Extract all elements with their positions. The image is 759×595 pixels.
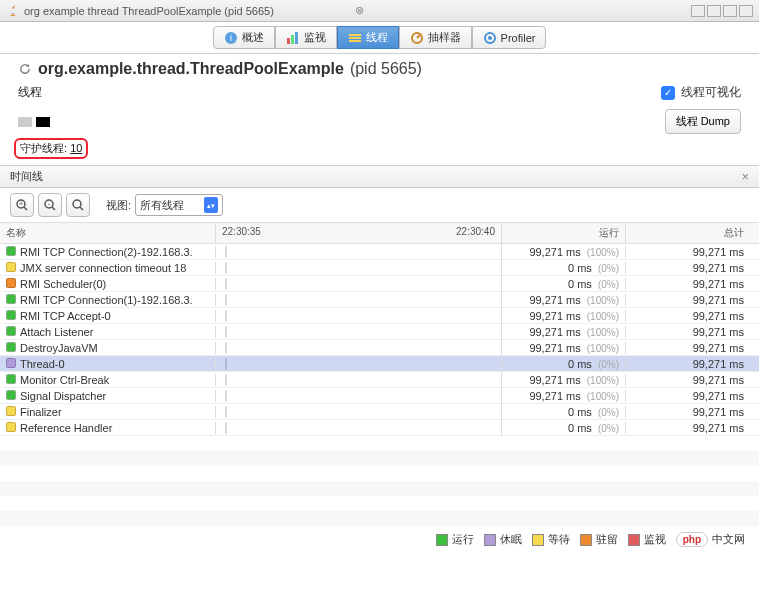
svg-rect-2 (287, 38, 290, 44)
svg-line-19 (80, 207, 83, 210)
svg-rect-7 (349, 40, 361, 42)
table-row[interactable]: Reference Handler0 ms(0%)99,271 ms (0, 420, 759, 436)
running-time-cell: 0 ms(0%) (502, 262, 626, 274)
col-running[interactable]: 运行 (502, 223, 626, 243)
running-time-cell: 99,271 ms(100%) (502, 374, 626, 386)
timeline-bar (225, 358, 227, 370)
table-row[interactable]: DestroyJavaVM99,271 ms(100%)99,271 ms (0, 340, 759, 356)
window-title-bar: org example thread ThreadPoolExample (pi… (0, 0, 759, 22)
tab-profiler[interactable]: Profiler (472, 26, 547, 49)
total-time-cell: 99,271 ms (626, 406, 750, 418)
app-title: org.example.thread.ThreadPoolExample (38, 60, 344, 78)
table-row[interactable]: Signal Dispatcher99,271 ms(100%)99,271 m… (0, 388, 759, 404)
running-time-cell: 99,271 ms(100%) (502, 294, 626, 306)
running-time-cell: 0 ms(0%) (502, 422, 626, 434)
total-time-cell: 99,271 ms (626, 342, 750, 354)
thread-bar-cell (216, 404, 502, 420)
thread-bar-cell (216, 324, 502, 340)
table-row[interactable]: RMI Scheduler(0)0 ms(0%)99,271 ms (0, 276, 759, 292)
table-row[interactable]: Attach Listener99,271 ms(100%)99,271 ms (0, 324, 759, 340)
thread-name-cell: RMI TCP Connection(2)-192.168.3. (0, 246, 216, 258)
total-time-cell: 99,271 ms (626, 358, 750, 370)
visualization-label: 线程可视化 (681, 84, 741, 101)
thread-name-cell: Signal Dispatcher (0, 390, 216, 402)
thread-bar-cell (216, 260, 502, 276)
threads-table: 名称 22:30:35 22:30:40 运行 总计 RMI TCP Conne… (0, 222, 759, 526)
timeline-bar (225, 390, 227, 402)
svg-text:i: i (230, 33, 232, 43)
zoom-fit-button[interactable] (66, 193, 90, 217)
watermark: php 中文网 (676, 532, 745, 547)
timeline-bar (225, 374, 227, 386)
svg-rect-4 (295, 32, 298, 44)
daemon-thread-count: 守护线程: 10 (14, 138, 88, 159)
table-row[interactable]: RMI TCP Connection(1)-192.168.3.99,271 m… (0, 292, 759, 308)
thread-state-icon (6, 294, 16, 304)
close-panel-icon[interactable]: × (741, 169, 749, 184)
thread-state-icon (6, 262, 16, 272)
thread-bar-cell (216, 244, 502, 260)
thread-state-icon (6, 422, 16, 432)
window-controls (691, 5, 753, 17)
profiler-icon (483, 31, 497, 45)
maximize-button[interactable] (707, 5, 721, 17)
thread-state-icon (6, 310, 16, 320)
running-time-cell: 0 ms(0%) (502, 278, 626, 290)
tab-sampler[interactable]: 抽样器 (399, 26, 472, 49)
table-row[interactable]: Finalizer0 ms(0%)99,271 ms (0, 404, 759, 420)
running-time-cell: 0 ms(0%) (502, 358, 626, 370)
svg-text:+: + (19, 200, 23, 207)
tab-threads[interactable]: 线程 (337, 26, 399, 49)
col-timeline[interactable]: 22:30:35 22:30:40 (216, 223, 502, 243)
close-window-button[interactable] (739, 5, 753, 17)
thread-bar-cell (216, 356, 502, 372)
svg-point-11 (488, 36, 492, 40)
thread-dump-button[interactable]: 线程 Dump (665, 109, 741, 134)
svg-rect-5 (349, 34, 361, 36)
col-name[interactable]: 名称 (0, 223, 216, 243)
thread-state-icon (6, 390, 16, 400)
timeline-bar (225, 326, 227, 338)
minimize-button[interactable] (691, 5, 705, 17)
timeline-bar (225, 406, 227, 418)
thread-bar-cell (216, 388, 502, 404)
timeline-bar (225, 246, 227, 258)
close-tab-icon[interactable]: ⊗ (355, 4, 364, 17)
table-row[interactable]: RMI TCP Accept-099,271 ms(100%)99,271 ms (0, 308, 759, 324)
table-row[interactable]: Thread-00 ms(0%)99,271 ms (0, 356, 759, 372)
timeline-label: 时间线 (10, 169, 43, 184)
threads-icon (348, 31, 362, 45)
total-time-cell: 99,271 ms (626, 278, 750, 290)
thread-name-cell: Finalizer (0, 406, 216, 418)
col-total[interactable]: 总计 (626, 223, 750, 243)
total-time-cell: 99,271 ms (626, 326, 750, 338)
svg-rect-3 (291, 35, 294, 44)
running-time-cell: 99,271 ms(100%) (502, 390, 626, 402)
thread-state-icon (6, 326, 16, 336)
svg-line-9 (417, 35, 420, 38)
refresh-icon[interactable] (18, 62, 32, 76)
total-time-cell: 99,271 ms (626, 390, 750, 402)
timeline-bar (225, 294, 227, 306)
visualization-checkbox[interactable]: ✓ (661, 86, 675, 100)
legend-running-icon (436, 534, 448, 546)
mini-legend: 线程 Dump (0, 105, 759, 138)
restore-button[interactable] (723, 5, 737, 17)
svg-line-16 (52, 207, 55, 210)
zoom-out-button[interactable]: - (38, 193, 62, 217)
running-time-cell: 99,271 ms(100%) (502, 310, 626, 322)
zoom-in-button[interactable]: + (10, 193, 34, 217)
thread-filter-select[interactable]: 所有线程 ▴▾ (135, 194, 223, 216)
thread-name-cell: RMI Scheduler(0) (0, 278, 216, 290)
running-time-cell: 99,271 ms(100%) (502, 326, 626, 338)
legend-box-grey (18, 117, 32, 127)
tab-overview[interactable]: i 概述 (213, 26, 275, 49)
select-arrows-icon: ▴▾ (204, 197, 218, 213)
table-row[interactable]: JMX server connection timeout 180 ms(0%)… (0, 260, 759, 276)
tab-monitor[interactable]: 监视 (275, 26, 337, 49)
legend-box-black (36, 117, 50, 127)
table-row[interactable]: RMI TCP Connection(2)-192.168.3.99,271 m… (0, 244, 759, 260)
table-row[interactable]: Monitor Ctrl-Break99,271 ms(100%)99,271 … (0, 372, 759, 388)
timeline-panel-header: 时间线 × (0, 165, 759, 188)
profiler-tabs: i 概述 监视 线程 抽样器 Profiler (0, 22, 759, 54)
